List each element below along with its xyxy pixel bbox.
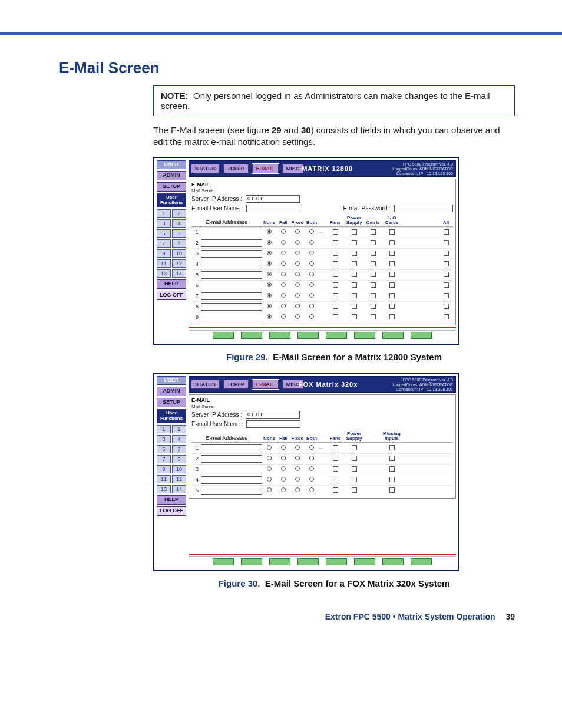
checkbox-opt[interactable]	[389, 261, 395, 266]
checkbox-all[interactable]	[444, 272, 449, 277]
radio-fixed[interactable]	[295, 282, 300, 287]
radio-fixed[interactable]	[295, 487, 300, 492]
radio-fixed[interactable]	[295, 304, 300, 308]
checkbox-opt[interactable]	[333, 229, 338, 235]
action-button[interactable]	[213, 332, 234, 339]
checkbox-opt[interactable]	[352, 314, 357, 319]
checkbox-opt[interactable]	[352, 456, 357, 461]
preset-button-11[interactable]: 11	[157, 475, 171, 483]
radio-fail[interactable]	[281, 314, 286, 319]
radio-fail[interactable]	[281, 304, 286, 308]
checkbox-opt[interactable]	[352, 304, 357, 309]
action-button[interactable]	[297, 558, 319, 565]
addressee-input[interactable]	[201, 261, 262, 268]
checkbox-all[interactable]	[444, 304, 449, 309]
addressee-input[interactable]	[201, 444, 262, 452]
checkbox-opt[interactable]	[352, 487, 357, 493]
preset-button-9[interactable]: 9	[157, 465, 171, 473]
preset-button-7[interactable]: 7	[157, 239, 171, 248]
radio-fail[interactable]	[281, 240, 286, 245]
checkbox-opt[interactable]	[371, 251, 376, 256]
tab-email[interactable]: E-MAIL	[252, 380, 279, 389]
radio-both[interactable]	[309, 251, 314, 255]
checkbox-opt[interactable]	[352, 229, 357, 235]
radio-fail[interactable]	[281, 229, 286, 234]
logoff-button[interactable]: LOG OFF	[157, 291, 186, 300]
action-button[interactable]	[354, 332, 375, 339]
addressee-input[interactable]	[201, 303, 262, 311]
preset-button-5[interactable]: 5	[157, 229, 171, 238]
action-button[interactable]	[411, 332, 432, 339]
checkbox-all[interactable]	[444, 314, 449, 319]
preset-button-4[interactable]: 4	[172, 219, 186, 228]
checkbox-opt[interactable]	[389, 240, 395, 245]
checkbox-all[interactable]	[444, 261, 449, 266]
logoff-button[interactable]: LOG OFF	[157, 506, 186, 516]
preset-button-14[interactable]: 14	[172, 269, 186, 278]
preset-button-3[interactable]: 3	[157, 219, 171, 228]
action-button[interactable]	[411, 558, 432, 565]
preset-button-6[interactable]: 6	[172, 229, 186, 238]
preset-button-13[interactable]: 13	[157, 269, 171, 278]
action-button[interactable]	[241, 558, 262, 565]
checkbox-all[interactable]	[444, 282, 449, 288]
checkbox-missing[interactable]	[389, 477, 395, 482]
preset-button-4[interactable]: 4	[172, 435, 186, 443]
radio-fail[interactable]	[281, 293, 286, 298]
checkbox-opt[interactable]	[333, 466, 338, 472]
action-button[interactable]	[269, 332, 290, 339]
radio-fixed[interactable]	[295, 456, 300, 460]
radio-both[interactable]	[309, 466, 314, 471]
addressee-input[interactable]	[201, 271, 262, 279]
preset-button-2[interactable]: 2	[172, 425, 186, 433]
checkbox-opt[interactable]	[371, 314, 376, 319]
addressee-input[interactable]	[201, 487, 262, 495]
checkbox-opt[interactable]	[333, 445, 338, 450]
radio-none[interactable]	[267, 487, 272, 492]
preset-button-12[interactable]: 12	[172, 475, 186, 483]
email-user-input[interactable]	[246, 420, 300, 428]
checkbox-opt[interactable]	[371, 272, 376, 277]
radio-both[interactable]	[309, 487, 314, 492]
radio-fixed[interactable]	[295, 314, 300, 319]
radio-fail[interactable]	[281, 456, 286, 460]
radio-fixed[interactable]	[295, 240, 300, 245]
checkbox-opt[interactable]	[389, 251, 395, 256]
radio-fixed[interactable]	[295, 251, 300, 255]
action-button[interactable]	[326, 332, 347, 339]
tab-status[interactable]: STATUS	[191, 380, 220, 389]
email-user-input[interactable]	[246, 205, 300, 212]
radio-fail[interactable]	[281, 445, 286, 450]
radio-both[interactable]	[309, 314, 314, 319]
action-button[interactable]	[382, 558, 404, 565]
preset-button-7[interactable]: 7	[157, 455, 171, 463]
radio-none[interactable]	[267, 251, 272, 255]
radio-none[interactable]	[267, 466, 272, 471]
addressee-input[interactable]	[201, 292, 262, 300]
server-ip-input[interactable]: 0.0.0.0	[246, 195, 300, 203]
setup-button[interactable]: SETUP	[157, 182, 186, 192]
preset-button-10[interactable]: 10	[172, 465, 186, 473]
checkbox-all[interactable]	[444, 251, 449, 256]
email-pwd-input[interactable]	[394, 205, 453, 212]
preset-button-6[interactable]: 6	[172, 445, 186, 453]
tab-email[interactable]: E-MAIL	[252, 164, 279, 173]
radio-none[interactable]	[267, 293, 272, 298]
preset-button-11[interactable]: 11	[157, 259, 171, 268]
radio-both[interactable]	[309, 304, 314, 308]
addressee-input[interactable]	[201, 476, 262, 484]
checkbox-opt[interactable]	[333, 487, 338, 493]
radio-none[interactable]	[267, 314, 272, 319]
help-button[interactable]: HELP	[157, 279, 186, 289]
radio-fixed[interactable]	[295, 229, 300, 234]
checkbox-missing[interactable]	[389, 466, 395, 472]
radio-fixed[interactable]	[295, 477, 300, 482]
radio-fixed[interactable]	[295, 466, 300, 471]
checkbox-opt[interactable]	[371, 240, 376, 245]
radio-none[interactable]	[267, 456, 272, 460]
preset-button-10[interactable]: 10	[172, 249, 186, 258]
preset-button-1[interactable]: 1	[157, 425, 171, 433]
radio-none[interactable]	[267, 445, 272, 450]
radio-both[interactable]	[309, 282, 314, 287]
checkbox-all[interactable]	[444, 229, 449, 235]
